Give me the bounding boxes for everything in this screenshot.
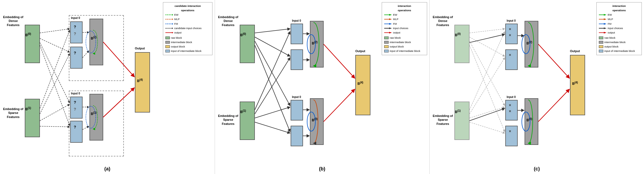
svg-line-81 <box>470 107 505 118</box>
legend-b-title: interactionoperations <box>384 4 425 13</box>
svg-line-52 <box>255 122 290 133</box>
block-b2-b-label: B(2) <box>312 41 318 45</box>
svg-line-84 <box>470 108 505 121</box>
block-input-b3-i0-b <box>291 100 303 120</box>
block-input-b3-i1-c <box>505 126 518 146</box>
block-b3-label-a: B(3) <box>91 111 97 116</box>
legend-outputblock-c: output block <box>599 44 639 49</box>
legend-mlp-c: MLP <box>599 17 639 21</box>
output-label-b: Output <box>355 49 365 53</box>
legend-item-mlp-a: MLP <box>165 17 210 21</box>
block-b0-a <box>25 25 40 63</box>
svg-marker-36 <box>389 23 392 25</box>
xmark6-c: × <box>509 129 511 133</box>
xmark1-c: × <box>509 27 511 31</box>
legend-mlp-b: MLP <box>384 17 425 21</box>
block-b1-a <box>25 99 40 137</box>
qmark6-a: ? <box>74 125 76 129</box>
legend-inputblock-c: input of intermediate block <box>599 49 639 53</box>
block-input-b2-i1-b <box>291 49 303 70</box>
svg-marker-9 <box>172 32 173 33</box>
svg-line-22 <box>40 126 70 127</box>
svg-line-48 <box>255 45 290 132</box>
svg-line-83 <box>470 34 505 43</box>
legend-inputblock-a: input of intermediate block <box>165 49 210 53</box>
svg-line-82 <box>470 122 505 133</box>
block-b2-a <box>89 19 103 65</box>
block-input-b2-i1-a <box>70 47 83 69</box>
legend-inputblock-b: input of intermediate block <box>384 49 425 53</box>
svg-line-16 <box>40 38 70 52</box>
svg-line-46 <box>255 37 290 56</box>
block-input-b2-c <box>505 24 518 44</box>
legend-fm-b: FM <box>384 22 425 26</box>
legend-input-c: input choices <box>599 26 639 30</box>
svg-line-79 <box>470 32 505 110</box>
input0-lower-c: Input 0 <box>507 96 516 99</box>
panel-label-c: (c) <box>534 166 540 172</box>
embedding-sparse-b: Embedding ofSparse Features <box>217 114 239 126</box>
svg-line-89 <box>538 44 569 78</box>
block-b3-a <box>89 94 103 141</box>
block-input-b2-b <box>291 24 303 44</box>
block-input-b3-i1-b <box>291 126 303 146</box>
qmark2-a: ? <box>74 32 76 36</box>
svg-line-77 <box>470 41 505 106</box>
block-b0-label-a: B(0) <box>25 32 31 37</box>
svg-marker-1 <box>172 14 173 16</box>
svg-line-20 <box>40 54 70 114</box>
block-b1-b-label: B(1) <box>240 109 246 114</box>
svg-line-60 <box>324 89 355 122</box>
qmark4-a: ? <box>74 100 76 105</box>
block-b1-label-a: B(1) <box>25 106 31 111</box>
svg-line-76 <box>470 37 505 56</box>
block-input-b3-i1-a <box>70 121 83 143</box>
legend-intermed-c: intermediate block <box>599 40 639 44</box>
svg-marker-64 <box>604 18 607 20</box>
block-b2-label-a: B(2) <box>91 36 97 40</box>
svg-line-47 <box>255 41 290 106</box>
svg-marker-32 <box>389 14 392 16</box>
input0-upper-c: Input 0 <box>507 19 516 22</box>
output-label-a: Output <box>135 47 145 50</box>
block-b3-c-label: B(3) <box>526 117 532 122</box>
legend-outputblock-b: output block <box>384 44 425 49</box>
legend-raw-b: raw block <box>384 36 425 40</box>
xmark4-c: × <box>509 103 511 107</box>
embedding-dense-b: Embedding ofDense Features <box>217 15 239 27</box>
svg-marker-68 <box>604 27 607 29</box>
legend-item-input-a: candidate input choices <box>165 26 210 30</box>
block-b3-b-label: B(3) <box>312 117 318 122</box>
svg-line-19 <box>40 30 70 108</box>
embedding-dense-a: Embedding ofDense Features <box>2 15 24 27</box>
legend-c-title: interactionoperations <box>599 4 639 13</box>
qmark3-a: ? <box>74 51 76 55</box>
svg-line-51 <box>255 107 290 118</box>
block-b1-c <box>454 102 470 140</box>
svg-marker-40 <box>389 32 392 33</box>
block-input-b2-i1-c <box>505 49 518 70</box>
xmark2-c: × <box>509 33 511 37</box>
legend-intermediate-a: intermediate block <box>165 40 210 44</box>
input0-lower-b: Input 0 <box>292 96 301 99</box>
legend-ew-c: EW <box>599 13 639 17</box>
svg-marker-38 <box>389 27 392 29</box>
legend-output-c: output <box>599 30 639 35</box>
legend-a-title: candidate interactionoperations <box>165 4 210 13</box>
svg-line-45 <box>255 29 290 33</box>
legend-a: candidate interactionoperations EW MLP F… <box>163 2 212 55</box>
svg-line-90 <box>538 89 569 122</box>
output-label-c: Output <box>570 49 580 53</box>
legend-c: interactionoperations EW MLP FM input ch… <box>596 2 642 55</box>
svg-line-78 <box>470 45 505 132</box>
embedding-dense-c: Embedding ofDense Features <box>432 15 454 27</box>
input0-upper-a: Input 0 <box>71 16 80 19</box>
legend-b: interactionoperations EW MLP FM input ch… <box>382 2 427 55</box>
legend-raw-a: raw block <box>165 36 210 40</box>
svg-line-18 <box>40 45 70 126</box>
svg-marker-70 <box>604 32 607 33</box>
panel-label-a: (a) <box>104 166 110 172</box>
qmark5-a: ? <box>74 107 76 111</box>
legend-output-b: output <box>384 30 425 35</box>
panel-c: interactionoperations EW MLP FM input ch… <box>429 0 644 174</box>
